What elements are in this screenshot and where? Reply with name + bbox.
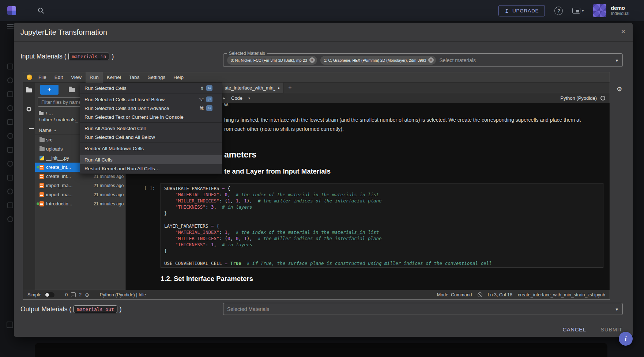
chevron-down-icon: ▾: [582, 9, 584, 13]
folder-icon: [39, 138, 45, 142]
option-key-icon: ⌥: [199, 97, 204, 102]
menu-kernel[interactable]: Kernel: [103, 72, 125, 83]
material-chip[interactable]: 0: Ni, Nickel, FCC (Fm-3m) 3D (Bulk), mp…: [227, 56, 317, 65]
file-row[interactable]: import_ma... 21 minutes ago: [35, 190, 125, 199]
jupyterlite-logo-icon: [27, 75, 32, 80]
output-materials-select[interactable]: Selected Materials ▾: [223, 303, 623, 315]
chevron-down-icon: ▾: [248, 96, 250, 100]
menu-item-run-all-above[interactable]: Run All Above Selected Cell: [80, 124, 222, 133]
status-bar: Simple 0 2 ⊕ Python (Pyodide) | Idle Mod…: [23, 290, 610, 299]
selected-materials-label: Selected Materials: [227, 51, 267, 56]
kernel-status[interactable]: Python (Pyodide) | Idle: [100, 292, 146, 297]
notebook-file-icon: [39, 174, 44, 179]
shift-key-icon: ⇧: [200, 86, 204, 91]
menu-help[interactable]: Help: [169, 72, 188, 83]
upgrade-button[interactable]: ↥ UPGRADE: [498, 5, 545, 16]
code-editor[interactable]: SUBSTRATE_PARAMETERS = { "MATERIAL_INDEX…: [161, 183, 603, 268]
file-row[interactable]: import_ma... 21 minutes ago: [35, 181, 125, 190]
display-mode-icon[interactable]: ▾: [572, 8, 584, 14]
menu-item-run-insert-below[interactable]: Run Selected Cells and Insert Below ⌥⏎: [80, 95, 222, 104]
menu-separator: [80, 154, 222, 154]
markdown-paragraph: rom each other (note no shift is perform…: [224, 126, 344, 132]
notifications-off-icon[interactable]: [478, 292, 482, 297]
kernel-idle-icon: [600, 96, 605, 100]
file-name: __init__.py: [46, 155, 69, 161]
file-name: create_int...: [46, 174, 71, 179]
output-materials-prefix: Output Materials (: [20, 305, 71, 313]
running-kernels-icon[interactable]: [27, 107, 31, 111]
file-name: create_int...: [46, 164, 71, 170]
kernel-count[interactable]: 2: [79, 292, 82, 297]
user-name: demo: [611, 5, 629, 11]
running-indicator: [37, 166, 39, 168]
submit-button[interactable]: SUBMIT: [600, 326, 622, 333]
chevron-down-icon[interactable]: ▾: [615, 57, 618, 63]
search-icon[interactable]: [37, 7, 45, 14]
run-menu-dropdown: Run Selected Cells ⇧⏎ Run Selected Cells…: [80, 83, 222, 174]
menu-item-label: Render All Markdown Cells: [84, 146, 144, 151]
markdown-paragraph: hing is finished, the interface with the…: [224, 117, 581, 123]
current-file-name: create_interface_with_min_strain_zsl.ipy…: [518, 292, 605, 297]
menu-item-run-selected-cells[interactable]: Run Selected Cells ⇧⏎: [80, 84, 222, 92]
info-fab-button[interactable]: i: [619, 332, 633, 346]
home-folder-icon[interactable]: [39, 112, 44, 115]
remove-chip-icon[interactable]: ×: [428, 57, 434, 63]
dialog-title: JupyterLite Transformation: [20, 28, 107, 37]
selected-materials-select[interactable]: Selected Materials 0: Ni, Nickel, FCC (F…: [223, 53, 623, 67]
menu-item-run-all-cells[interactable]: Run All Cells: [80, 155, 222, 164]
new-tab-button[interactable]: +: [288, 84, 292, 91]
menu-item-run-all-below[interactable]: Run Selected Cell and All Below: [80, 133, 222, 141]
gear-icon[interactable]: ⚙: [617, 86, 622, 93]
materials-in-code-chip: materials_in: [68, 53, 109, 60]
avatar[interactable]: [593, 4, 606, 17]
upgrade-label: UPGRADE: [512, 8, 539, 14]
cancel-button[interactable]: CANCEL: [562, 326, 586, 333]
menu-item-label: Run Selected Cells: [84, 86, 127, 91]
unsaved-dot-icon[interactable]: ●: [278, 86, 280, 90]
chevron-down-icon[interactable]: ▾: [615, 306, 618, 312]
new-launcher-button[interactable]: +: [40, 85, 59, 95]
remove-chip-icon[interactable]: ×: [309, 57, 315, 63]
help-icon[interactable]: ?: [554, 7, 563, 15]
new-folder-icon[interactable]: [69, 88, 75, 92]
menu-item-label: Run Selected Cells and Don't Advance: [84, 106, 169, 111]
menu-item-run-text-in-console[interactable]: Run Selected Text or Current Line in Con…: [80, 113, 222, 121]
close-icon[interactable]: ×: [621, 27, 625, 36]
cell-type-dropdown[interactable]: Code ▾: [231, 95, 250, 101]
menu-run[interactable]: Run: [86, 72, 103, 83]
notebook-file-icon: [39, 183, 44, 188]
simple-mode-toggle[interactable]: [45, 292, 54, 297]
file-browser-icon[interactable]: [26, 88, 32, 92]
menu-settings[interactable]: Settings: [143, 72, 169, 83]
menu-separator: [80, 94, 222, 94]
select-materials-placeholder: Select materials: [439, 57, 476, 63]
menu-view[interactable]: View: [67, 72, 86, 83]
breadcrumb-path: / other / materials_: [39, 117, 78, 123]
cursor-position[interactable]: Ln 3, Col 18: [488, 292, 512, 297]
python-file-icon: [39, 156, 44, 160]
terminal-count[interactable]: 0: [65, 292, 68, 297]
jupyter-menubar: File Edit View Run Kernel Tabs Settings …: [23, 72, 610, 83]
breadcrumb[interactable]: / … / other / materials_: [39, 110, 78, 123]
breadcrumb-root: / …: [46, 111, 53, 116]
input-materials-prefix: Input Materials (: [20, 53, 66, 60]
command-mode-indicator: Mode: Command: [437, 292, 472, 297]
jupyterlite-transformation-dialog: JupyterLite Transformation × Input Mater…: [14, 23, 633, 337]
kernel-name[interactable]: Python (Pyodide): [560, 95, 597, 101]
menu-tabs[interactable]: Tabs: [125, 72, 144, 83]
toolbar-button-partial-icon[interactable]: ▸: [223, 96, 225, 100]
file-modified: 21 minutes ago: [94, 192, 124, 197]
notebook-file-icon: [39, 192, 44, 197]
activity-bar: [23, 83, 35, 290]
tab-title: ate_interface_with_min_: [225, 85, 275, 91]
menu-item-restart-run-all[interactable]: Restart Kernel and Run All Cells…: [80, 164, 222, 173]
menu-edit[interactable]: Edit: [50, 72, 67, 83]
file-row[interactable]: Introductio... 21 minutes ago: [35, 199, 125, 208]
material-chip[interactable]: 1: C, Graphene, HEX (P6/mmm) 2D (Monolay…: [320, 56, 436, 65]
sort-asc-icon: ▲: [54, 129, 57, 132]
menu-item-run-dont-advance[interactable]: Run Selected Cells and Don't Advance ⌘⏎: [80, 104, 222, 113]
menu-file[interactable]: File: [34, 72, 50, 83]
menu-item-render-markdown[interactable]: Render All Markdown Cells: [80, 144, 222, 153]
app-logo-icon[interactable]: [7, 6, 16, 15]
terminal-icon: [71, 292, 76, 297]
